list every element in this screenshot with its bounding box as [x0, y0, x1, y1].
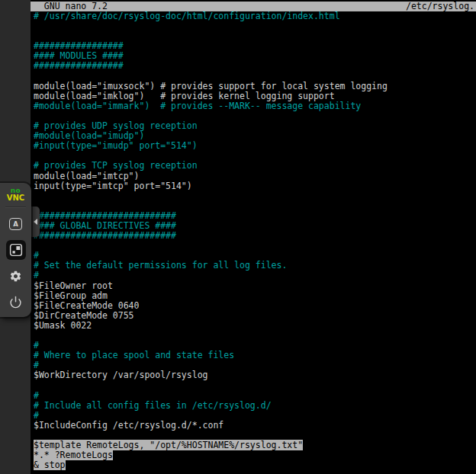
power-icon: [9, 296, 22, 309]
editor-line: [34, 191, 476, 201]
editor-line: # Where to place spool and state files: [34, 351, 476, 360]
screen: no VNC A: [0, 0, 476, 474]
editor-line: # /usr/share/doc/rsyslog-doc/html/config…: [34, 11, 476, 21]
editor-line: $IncludeConfig /etc/rsyslog.d/*.conf: [34, 421, 476, 431]
novnc-control-bar: no VNC A: [0, 183, 31, 317]
fullscreen-icon: [9, 243, 23, 257]
nano-filename-label: /etc/rsyslog.: [406, 2, 474, 11]
novnc-logo: no VNC: [0, 183, 31, 201]
power-button[interactable]: [6, 292, 26, 312]
editor-line: [34, 331, 476, 341]
editor-line: $Umask 0022: [34, 321, 476, 331]
keyboard-a-icon: A: [9, 218, 22, 230]
collapse-left-arrow-icon: [34, 219, 37, 225]
editor-line: $WorkDirectory /var/spool/rsyslog: [34, 370, 476, 380]
editor-line: [34, 241, 476, 251]
editor-line: #module(load="immark") # provides --MARK…: [34, 101, 476, 111]
fullscreen-button[interactable]: [6, 240, 26, 260]
editor-line: # Include all config files in /etc/rsysl…: [34, 401, 476, 411]
editor-line: [34, 380, 476, 390]
editor-line: # Set the default permissions for all lo…: [34, 261, 476, 271]
editor-line: input(type="imtcp" port="514"): [34, 181, 476, 191]
editor-line: ###########################: [34, 231, 476, 241]
gear-icon: [9, 270, 22, 283]
editor-line: [34, 21, 476, 31]
novnc-logo-vnc: VNC: [0, 194, 31, 201]
editor-line: #################: [34, 61, 476, 71]
settings-button[interactable]: [6, 266, 26, 286]
editor-content: # /usr/share/doc/rsyslog-doc/html/config…: [31, 11, 476, 470]
keyboard-button[interactable]: A: [6, 214, 26, 234]
editor-line: *.* ?RemoteLogs: [34, 450, 476, 460]
terminal[interactable]: GNU nano 7.2 /etc/rsyslog. # /usr/share/…: [31, 0, 476, 474]
panel-divider: [5, 207, 26, 208]
editor-line: $DirCreateMode 0755: [34, 311, 476, 321]
sidebar-strip: no VNC A: [0, 0, 31, 474]
control-bar-handle[interactable]: [31, 207, 40, 237]
editor-line: & stop: [34, 460, 476, 470]
editor-line: #input(type="imudp" port="514"): [34, 141, 476, 151]
